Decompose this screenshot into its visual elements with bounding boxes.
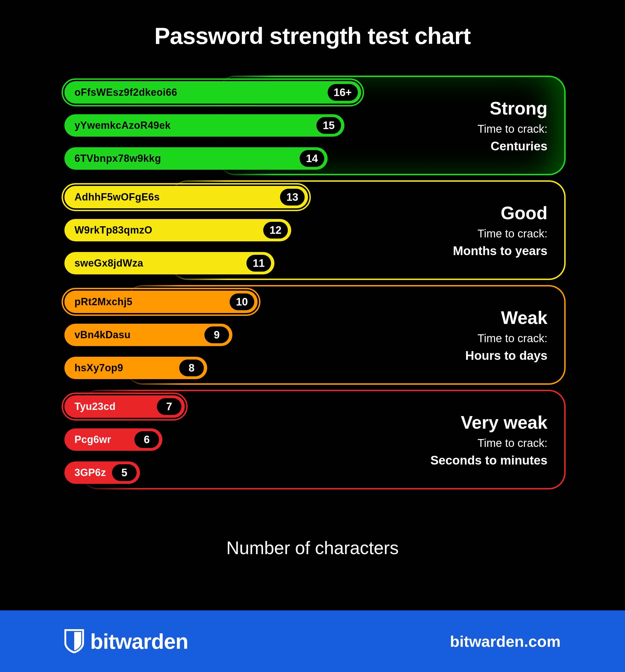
strength-group: Very weakTime to crack:Seconds to minute… xyxy=(65,390,566,489)
password-bar: Pcg6wr6 xyxy=(65,428,162,451)
password-sample: pRt2Mxchj5 xyxy=(74,296,133,308)
brand-url: bitwarden.com xyxy=(450,632,560,650)
password-sample: sweGx8jdWza xyxy=(74,257,143,269)
char-count-badge: 14 xyxy=(299,150,324,167)
char-count-badge: 7 xyxy=(157,398,182,415)
char-count-badge: 9 xyxy=(205,327,229,343)
bars-wrap: Tyu23cd7Pcg6wr63GP6z5 xyxy=(65,395,566,484)
password-sample: yYwemkcAzoR49ek xyxy=(74,120,171,131)
strength-group: GoodTime to crack:Months to yearsAdhhF5w… xyxy=(65,180,566,280)
password-bar: AdhhF5wOFgE6s13 xyxy=(65,186,308,208)
bars-wrap: oFfsWEsz9f2dkeoi6616+yYwemkcAzoR49ek156T… xyxy=(65,81,566,170)
char-count-badge: 13 xyxy=(280,189,305,206)
footer: bitwarden bitwarden.com xyxy=(0,610,625,672)
page-title: Password strength test chart xyxy=(0,0,625,50)
password-bar: 3GP6z5 xyxy=(65,461,140,484)
password-sample: 3GP6z xyxy=(74,467,106,479)
password-bar: hsXy7op98 xyxy=(65,357,207,379)
password-sample: Pcg6wr xyxy=(74,434,111,446)
x-axis-label: Number of characters xyxy=(0,537,625,558)
char-count-badge: 5 xyxy=(112,464,137,481)
password-bar: pRt2Mxchj510 xyxy=(65,291,258,313)
char-count-badge: 16+ xyxy=(328,84,358,101)
page-root: Password strength test chart StrongTime … xyxy=(0,0,625,672)
brand: bitwarden xyxy=(65,629,188,653)
chart-area: StrongTime to crack:CenturiesoFfsWEsz9f2… xyxy=(65,76,566,495)
char-count-badge: 8 xyxy=(179,360,204,376)
password-bar: vBn4kDasu9 xyxy=(65,324,233,346)
password-sample: vBn4kDasu xyxy=(74,329,131,341)
password-sample: Tyu23cd xyxy=(74,401,116,412)
char-count-badge: 11 xyxy=(246,255,271,271)
brand-name: bitwarden xyxy=(90,629,188,653)
password-bar: yYwemkcAzoR49ek15 xyxy=(65,114,344,137)
bars-wrap: pRt2Mxchj510vBn4kDasu9hsXy7op98 xyxy=(65,291,566,379)
password-sample: 6TVbnpx78w9kkg xyxy=(74,152,161,164)
password-bar: W9rkTp83qmzO12 xyxy=(65,219,291,241)
password-sample: AdhhF5wOFgE6s xyxy=(74,191,160,203)
password-sample: oFfsWEsz9f2dkeoi66 xyxy=(74,87,177,98)
password-sample: W9rkTp83qmzO xyxy=(74,224,152,236)
char-count-badge: 10 xyxy=(230,293,254,310)
char-count-badge: 15 xyxy=(316,117,341,134)
password-bar: Tyu23cd7 xyxy=(65,395,185,418)
password-bar: 6TVbnpx78w9kkg14 xyxy=(65,147,328,170)
char-count-badge: 6 xyxy=(135,431,159,448)
bars-wrap: AdhhF5wOFgE6s13W9rkTp83qmzO12sweGx8jdWza… xyxy=(65,186,566,274)
shield-icon xyxy=(65,629,84,653)
char-count-badge: 12 xyxy=(263,222,288,239)
password-bar: sweGx8jdWza11 xyxy=(65,252,274,274)
strength-group: StrongTime to crack:CenturiesoFfsWEsz9f2… xyxy=(65,76,566,175)
password-bar: oFfsWEsz9f2dkeoi6616+ xyxy=(65,81,361,103)
password-sample: hsXy7op9 xyxy=(74,362,123,374)
strength-group: WeakTime to crack:Hours to dayspRt2Mxchj… xyxy=(65,285,566,385)
